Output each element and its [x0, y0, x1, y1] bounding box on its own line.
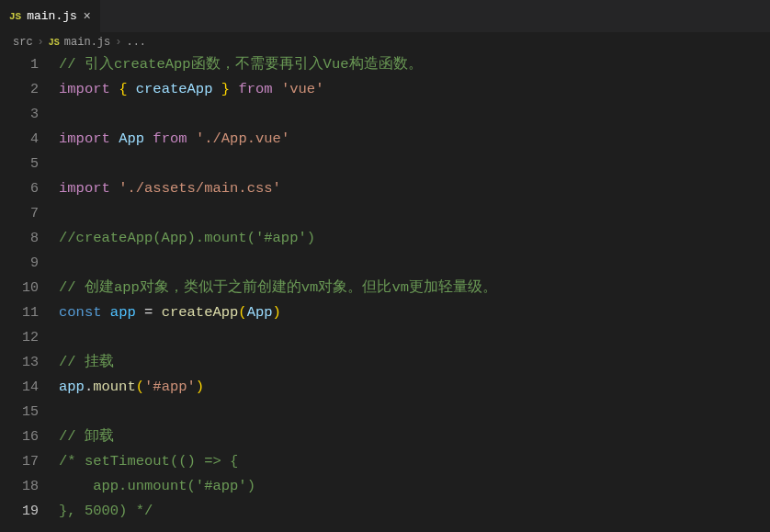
token: ): [196, 379, 204, 395]
token: from: [238, 81, 272, 97]
close-icon[interactable]: ×: [84, 9, 91, 24]
token: App: [119, 130, 144, 147]
token: from: [153, 130, 187, 147]
token: [212, 81, 221, 97]
token: [110, 180, 119, 197]
code-line[interactable]: const app = createApp(App): [59, 300, 770, 325]
token: mount: [93, 379, 136, 395]
line-number: 18: [0, 474, 39, 499]
code-line[interactable]: // 创建app对象，类似于之前创建的vm对象。但比vm更加轻量级。: [59, 276, 770, 300]
token: './assets/main.css': [119, 180, 281, 197]
token: [110, 81, 119, 97]
token: .: [85, 379, 93, 395]
token: [127, 81, 135, 97]
token: =: [136, 304, 162, 321]
token: [102, 304, 110, 321]
token: // 引入createApp函数，不需要再引入Vue构造函数。: [59, 56, 423, 73]
token: (: [238, 304, 246, 321]
line-number: 2: [0, 77, 39, 102]
line-number: 11: [0, 300, 39, 325]
line-number: 9: [0, 251, 39, 276]
code-line[interactable]: [59, 152, 770, 176]
token: createApp: [136, 81, 213, 97]
breadcrumb-part[interactable]: ...: [126, 36, 146, 49]
line-number: 19: [0, 499, 39, 524]
token: import: [59, 180, 110, 197]
token: }, 5000) */: [59, 503, 153, 519]
token: app.unmount('#app'): [59, 478, 255, 494]
line-number: 7: [0, 201, 39, 226]
code-line[interactable]: // 引入createApp函数，不需要再引入Vue构造函数。: [59, 52, 770, 77]
breadcrumb[interactable]: src › JS main.js › ...: [0, 32, 770, 52]
breadcrumb-part[interactable]: src: [13, 36, 33, 49]
code-line[interactable]: //createApp(App).mount('#app'): [59, 226, 770, 251]
line-number: 4: [0, 127, 39, 152]
token: 'vue': [281, 81, 324, 97]
breadcrumb-part[interactable]: main.js: [64, 36, 110, 49]
token: './App.vue': [196, 130, 289, 147]
token: import: [59, 81, 110, 97]
tab-bar: JS main.js ×: [0, 0, 770, 32]
code-line[interactable]: app.mount('#app'): [59, 375, 770, 400]
code-line[interactable]: [59, 325, 770, 350]
code-line[interactable]: [59, 102, 770, 127]
token: // 卸载: [59, 428, 114, 445]
js-file-icon: JS: [49, 38, 60, 48]
line-number: 16: [0, 424, 39, 449]
line-number: 17: [0, 449, 39, 474]
token: app: [110, 304, 136, 321]
chevron-right-icon: ›: [115, 36, 121, 49]
token: /* setTimeout(() => {: [59, 453, 238, 470]
code-line[interactable]: app.unmount('#app'): [59, 474, 770, 499]
line-number: 5: [0, 152, 39, 176]
token: }: [221, 81, 230, 97]
line-number: 6: [0, 176, 39, 201]
code-line[interactable]: /* setTimeout(() => {: [59, 449, 770, 474]
code-line[interactable]: import './assets/main.css': [59, 176, 770, 201]
code-line[interactable]: import App from './App.vue': [59, 127, 770, 152]
token: [144, 130, 153, 147]
code-line[interactable]: import { createApp } from 'vue': [59, 77, 770, 102]
line-number: 12: [0, 325, 39, 350]
code-line[interactable]: [59, 251, 770, 276]
code-line[interactable]: [59, 201, 770, 226]
token: //createApp(App).mount('#app'): [59, 230, 315, 246]
line-number: 8: [0, 226, 39, 251]
token: const: [59, 304, 102, 321]
code-line[interactable]: [59, 400, 770, 424]
token: createApp: [162, 304, 239, 321]
code-line[interactable]: // 卸载: [59, 424, 770, 449]
line-number: 10: [0, 276, 39, 300]
js-file-icon: JS: [9, 11, 21, 22]
line-number: 14: [0, 375, 39, 400]
line-number: 3: [0, 102, 39, 127]
code-line[interactable]: // 挂载: [59, 350, 770, 375]
token: // 挂载: [59, 354, 114, 370]
token: [230, 81, 238, 97]
token: (: [136, 379, 144, 395]
token: '#app': [144, 379, 196, 395]
token: import: [59, 130, 110, 147]
line-number: 1: [0, 52, 39, 77]
token: [273, 81, 281, 97]
tab-label: main.js: [27, 9, 77, 23]
token: App: [247, 304, 273, 321]
token: ): [273, 304, 281, 321]
token: app: [59, 379, 85, 395]
tab-main-js[interactable]: JS main.js ×: [0, 0, 101, 32]
line-number-gutter: 12345678910111213141516171819: [0, 52, 55, 532]
line-number: 13: [0, 350, 39, 375]
chevron-right-icon: ›: [38, 36, 44, 49]
editor[interactable]: 12345678910111213141516171819 // 引入creat…: [0, 52, 770, 532]
code-line[interactable]: }, 5000) */: [59, 499, 770, 524]
line-number: 15: [0, 400, 39, 424]
token: [110, 130, 119, 147]
token: // 创建app对象，类似于之前创建的vm对象。但比vm更加轻量级。: [59, 279, 497, 296]
code-area[interactable]: // 引入createApp函数，不需要再引入Vue构造函数。import { …: [55, 52, 770, 532]
token: [187, 130, 196, 147]
